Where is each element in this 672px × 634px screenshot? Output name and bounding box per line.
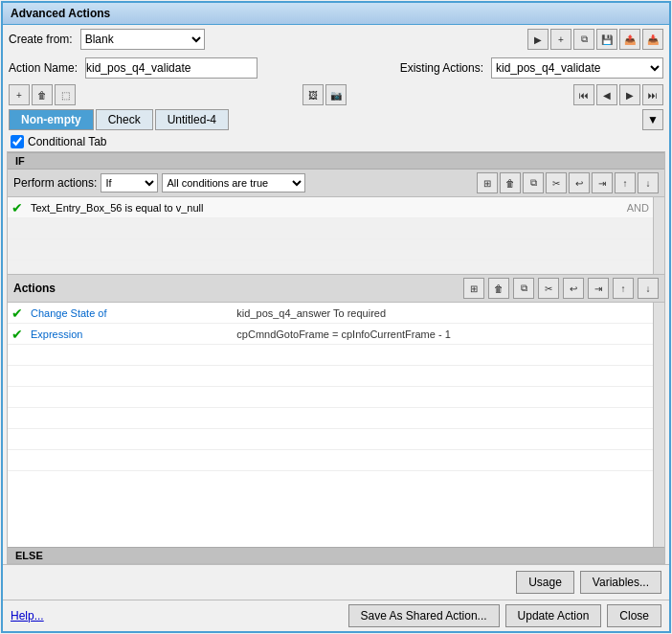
action-row-3 [8,345,653,366]
image-button[interactable]: 🖼 [302,84,324,105]
advanced-actions-dialog: Advanced Actions Create from: Blank ▶ + … [1,1,671,633]
top-toolbar-icons: ▶ + ⧉ 💾 📤 📥 [527,29,663,50]
conditions-area: ✔ Text_Entry_Box_56 is equal to v_null A… [8,197,664,274]
conditions-scrollbar[interactable] [653,197,664,274]
update-action-button[interactable]: Update Action [505,604,602,627]
action-copy-btn[interactable]: ⧉ [513,278,534,299]
action-cut-btn[interactable]: ✂ [538,278,559,299]
actions-label: Actions [13,282,56,295]
condition-undo-button[interactable]: ↩ [569,172,590,193]
help-link[interactable]: Help... [11,609,44,623]
tab-untitled4[interactable]: Untitled-4 [155,109,229,130]
else-section: ELSE [8,547,664,563]
usage-button[interactable]: Usage [516,571,574,594]
action-row-2: ✔ Expression cpCmndGotoFrame = cpInfoCur… [8,324,653,345]
condition-row-1: ✔ Text_Entry_Box_56 is equal to v_null A… [8,197,653,218]
condition-text: Text_Entry_Box_56 is equal to v_null [31,202,623,214]
action-name-label: Action Name: [9,61,78,75]
delete-row-button[interactable]: 🗑 [32,84,53,105]
condition-row-2 [8,218,653,239]
perform-actions-row: Perform actions: If All conditions are t… [8,170,664,197]
tab-dropdown-button[interactable]: ▼ [642,109,663,130]
tab-check[interactable]: Check [96,109,153,130]
condition-check-icon: ✔ [11,200,27,215]
existing-actions-label: Existing Actions: [400,61,483,75]
last-button[interactable]: ⏭ [642,84,663,105]
footer-row: Help... Save As Shared Action... Update … [3,600,669,631]
top-toolbar: Create from: Blank ▶ + ⧉ 💾 📤 📥 [3,25,669,54]
create-from-select[interactable]: Blank [80,29,205,50]
action-up-btn[interactable]: ↑ [613,278,634,299]
perform-icons: ⊞ 🗑 ⧉ ✂ ↩ ⇥ ↑ ↓ [477,172,659,193]
footer-buttons: Save As Shared Action... Update Action C… [348,604,662,627]
action-row-4 [8,366,653,387]
secondary-toolbar: + 🗑 ⬚ 🖼 📷 ⏮ ◀ ▶ ⏭ [3,82,669,107]
condition-up-button[interactable]: ↑ [615,172,636,193]
next-button[interactable]: ▶ [619,84,640,105]
add-action-button[interactable]: + [550,29,571,50]
tab-non-empty[interactable]: Non-empty [9,109,94,130]
perform-if-select[interactable]: If [101,173,158,192]
conditional-tab-checkbox[interactable] [11,135,24,148]
condition-add-button[interactable]: ⊞ [477,172,498,193]
action-name-row: Action Name: Existing Actions: kid_pos_q… [3,54,669,82]
variables-button[interactable]: Variables... [580,571,661,594]
action-delete-btn[interactable]: 🗑 [488,278,509,299]
action-row-8 [8,450,653,471]
if-section-header: IF [8,152,664,170]
perform-label: Perform actions: [13,176,97,190]
action2-check-icon: ✔ [11,327,27,342]
action2-name[interactable]: Expression [31,328,236,340]
action-row-6 [8,408,653,429]
actions-table-area: ✔ Change State of kid_pos_q4_answer To r… [8,303,664,547]
copy-button[interactable]: ⧉ [573,29,594,50]
dialog-title: Advanced Actions [3,3,669,25]
and-label: AND [627,202,649,214]
import-button[interactable]: 📥 [642,29,663,50]
actions-header-row: Actions ⊞ 🗑 ⧉ ✂ ↩ ⇥ ↑ ↓ [8,274,664,303]
condition-cut-button[interactable]: ✂ [546,172,567,193]
copy-row-button[interactable]: ⬚ [55,84,76,105]
condition-select[interactable]: All conditions are true [162,173,305,192]
prev-button[interactable]: ◀ [596,84,617,105]
action-row-1: ✔ Change State of kid_pos_q4_answer To r… [8,303,653,324]
save-button[interactable]: 💾 [596,29,617,50]
export-button[interactable]: 📤 [619,29,640,50]
action-undo-btn[interactable]: ↩ [563,278,584,299]
action-add-btn[interactable]: ⊞ [463,278,484,299]
save-shared-button[interactable]: Save As Shared Action... [348,604,500,627]
conditional-row: Conditional Tab [3,132,669,151]
actions-scrollbar[interactable] [653,303,664,547]
create-from-label: Create from: [9,33,73,46]
condition-delete-button[interactable]: 🗑 [500,172,521,193]
close-button[interactable]: Close [607,604,661,627]
condition-row-3 [8,239,653,260]
action-row-5 [8,387,653,408]
condition-copy-button[interactable]: ⧉ [523,172,544,193]
conditional-tab-label[interactable]: Conditional Tab [11,135,107,148]
conditions-table: ✔ Text_Entry_Box_56 is equal to v_null A… [8,197,653,274]
play-button[interactable]: ▶ [527,29,549,50]
action2-detail: cpCmndGotoFrame = cpInfoCurrentFrame - 1 [236,328,649,340]
main-content: IF Perform actions: If All conditions ar… [7,151,665,564]
action-indent-btn[interactable]: ⇥ [588,278,609,299]
condition-down-button[interactable]: ↓ [638,172,659,193]
actions-table: ✔ Change State of kid_pos_q4_answer To r… [8,303,653,547]
image2-button[interactable]: 📷 [325,84,347,105]
nav-icons: ⏮ ◀ ▶ ⏭ [573,84,663,105]
action1-check-icon: ✔ [11,306,27,321]
action-name-input[interactable] [85,57,258,79]
action-row-7 [8,429,653,450]
existing-actions-select[interactable]: kid_pos_q4_validate [491,57,663,79]
action1-name[interactable]: Change State of [31,307,236,319]
action-down-btn[interactable]: ↓ [638,278,659,299]
tabs-row: Non-empty Check Untitled-4 ▼ [3,107,669,132]
bottom-row-1: Usage Variables... [3,564,669,600]
first-button[interactable]: ⏮ [573,84,594,105]
condition-indent-button[interactable]: ⇥ [592,172,613,193]
action1-detail: kid_pos_q4_answer To required [236,307,649,319]
actions-section: Actions ⊞ 🗑 ⧉ ✂ ↩ ⇥ ↑ ↓ ✔ Change State o… [8,274,664,547]
add-row-button[interactable]: + [9,84,30,105]
